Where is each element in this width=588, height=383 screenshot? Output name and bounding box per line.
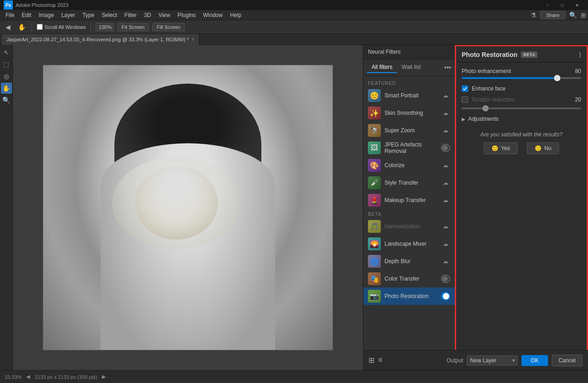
filter-item-skin-smoothing[interactable]: ✨ Skin Smoothing ☁: [363, 104, 455, 122]
enhance-face-checkbox[interactable]: [462, 85, 468, 92]
status-nav-left[interactable]: ◀: [26, 374, 30, 380]
tab-all-filters[interactable]: All filters: [367, 62, 397, 73]
header-right: ⚗ Share 🔍 ⊞: [531, 11, 586, 19]
lasso-tool[interactable]: ◎: [1, 71, 12, 82]
scroll-all-checkbox[interactable]: [37, 24, 43, 30]
more-options-btn[interactable]: •••: [444, 64, 451, 71]
titlebar-controls[interactable]: − □ ✕: [540, 0, 584, 10]
neural-filters-panel: Neural Filters All filters Wait list •••…: [363, 45, 455, 370]
photo-enhancement-value: 80: [575, 68, 581, 74]
select-tool[interactable]: ⬚: [1, 59, 12, 70]
zoom-tool[interactable]: 🔍: [1, 95, 12, 106]
menu-3d[interactable]: 3D: [140, 11, 154, 19]
menu-file[interactable]: File: [2, 11, 18, 19]
menu-view[interactable]: View: [155, 11, 174, 19]
skin-smoothing-icon: ✨: [368, 107, 381, 119]
enhance-face-row[interactable]: Enhance face: [462, 85, 581, 92]
share-button[interactable]: Share: [540, 11, 565, 19]
hand-tool[interactable]: ✋: [16, 22, 27, 33]
filter-item-landscape-mixer[interactable]: 🌄 Landscape Mixer ☁: [363, 235, 455, 253]
filter-tabs-left: All filters Wait list: [367, 62, 425, 73]
depth-blur-action[interactable]: ☁: [441, 257, 450, 266]
style-transfer-action[interactable]: ☁: [441, 178, 450, 187]
colorize-action[interactable]: ☁: [441, 161, 450, 170]
photo-restoration-action[interactable]: [441, 292, 450, 301]
adjustments-expander[interactable]: ▶ Adjustments: [462, 114, 581, 124]
hand-tool-left[interactable]: ✋: [1, 83, 12, 94]
jpeg-toggle[interactable]: [441, 144, 450, 152]
file-tab[interactable]: JasperArt_2022-08-27_14.53.03_4-Recovere…: [2, 34, 199, 45]
skin-smoothing-action[interactable]: ☁: [441, 108, 450, 118]
frown-icon: 🙁: [535, 145, 542, 152]
scratch-reduction-checkbox[interactable]: [462, 96, 468, 103]
filter-item-color-transfer[interactable]: 🎭 Color Transfer: [363, 270, 455, 287]
main-area: ↖ ⬚ ◎ ✋ 🔍: [0, 45, 588, 370]
satisfaction-yes-btn[interactable]: 🙂 Yes: [484, 142, 518, 154]
menu-edit[interactable]: Edit: [18, 11, 35, 19]
satisfaction-no-btn[interactable]: 🙁 No: [527, 142, 559, 154]
filter-item-super-zoom[interactable]: 🔭 Super Zoom ☁: [363, 122, 455, 139]
ps-logo: Ps: [4, 0, 13, 10]
filter-item-photo-restoration[interactable]: 📷 Photo Restoration: [363, 287, 455, 305]
cancel-button[interactable]: Cancel: [552, 355, 582, 366]
filter-item-jpeg-removal[interactable]: 🖼 JPEG Artefacts Removal: [363, 139, 455, 157]
scratch-reduction-thumb[interactable]: [482, 105, 489, 112]
menu-layer[interactable]: Layer: [57, 11, 79, 19]
ok-button[interactable]: OK: [521, 355, 548, 366]
tab-close[interactable]: ×: [192, 37, 194, 42]
photo-enhancement-thumb[interactable]: [554, 75, 560, 81]
status-nav-right[interactable]: ▶: [102, 374, 106, 380]
fill-screen-btn[interactable]: Fill Screen: [153, 23, 185, 31]
scroll-all-label: Scroll All Windows: [37, 24, 86, 30]
fit-screen-btn[interactable]: Fit Screen: [118, 23, 149, 31]
scratch-reduction-track[interactable]: [462, 107, 581, 109]
pr-collapse-btn[interactable]: ⟩: [579, 51, 581, 58]
photo-restoration-toggle[interactable]: [441, 292, 450, 300]
menu-window[interactable]: Window: [199, 11, 226, 19]
panel-icon-1[interactable]: ⊞: [368, 356, 374, 365]
photo-enhancement-label: Photo enhancement: [462, 68, 511, 74]
filter-item-makeup-transfer[interactable]: 💄 Makeup Transfer ☁: [363, 192, 455, 209]
panel-icon-2[interactable]: ≡: [378, 356, 382, 365]
color-transfer-action[interactable]: [441, 274, 450, 283]
minimize-btn[interactable]: −: [540, 0, 555, 10]
smart-portrait-action[interactable]: ☁: [441, 91, 450, 100]
makeup-transfer-action[interactable]: ☁: [441, 196, 450, 205]
menu-filter[interactable]: Filter: [121, 11, 141, 19]
harmonization-action[interactable]: ☁: [441, 222, 450, 231]
separator2: [90, 23, 91, 31]
menu-plugins[interactable]: Plugins: [174, 11, 199, 19]
output-select[interactable]: New Layer Current Layer New Document: [467, 355, 518, 366]
pr-beta-badge: BETA: [521, 51, 537, 58]
makeup-transfer-name: Makeup Transfer: [384, 197, 437, 203]
canvas-main: Neural Filters All filters Wait list •••…: [13, 45, 588, 370]
layout-icon[interactable]: ⊞: [581, 11, 586, 19]
maximize-btn[interactable]: □: [555, 0, 570, 10]
scratch-reduction-row[interactable]: Scratch reduction 20: [462, 96, 581, 103]
colorize-icon: 🎨: [368, 159, 381, 172]
filter-item-style-transfer[interactable]: 🖌 Style Transfer ☁: [363, 174, 455, 192]
color-transfer-toggle[interactable]: [441, 275, 450, 283]
menu-type[interactable]: Type: [79, 11, 98, 19]
menu-select[interactable]: Select: [98, 11, 120, 19]
photo-enhancement-track[interactable]: [462, 77, 581, 79]
move-tool[interactable]: ↖: [1, 47, 12, 58]
search-icon[interactable]: 🔍: [569, 11, 577, 19]
depth-blur-name: Depth Blur: [384, 258, 437, 265]
jpeg-removal-action[interactable]: [441, 143, 450, 152]
menu-image[interactable]: Image: [35, 11, 57, 19]
landscape-mixer-action[interactable]: ☁: [441, 239, 450, 248]
titlebar-left: Ps Adobe Photoshop 2023: [4, 0, 68, 10]
filter-item-harmonization[interactable]: 🎵 Harmonization ☁: [363, 218, 455, 235]
back-arrow[interactable]: ◀: [4, 23, 12, 31]
close-btn[interactable]: ✕: [570, 0, 584, 10]
filter-item-depth-blur[interactable]: 🌀 Depth Blur ☁: [363, 253, 455, 270]
titlebar: Ps Adobe Photoshop 2023 − □ ✕: [0, 0, 588, 10]
tab-wait-list[interactable]: Wait list: [397, 62, 425, 73]
super-zoom-action[interactable]: ☁: [441, 126, 450, 135]
menu-help[interactable]: Help: [226, 11, 245, 19]
filter-item-colorize[interactable]: 🎨 Colorize ☁: [363, 157, 455, 174]
status-dimensions: 2133 px x 2133 px (300 ppi): [34, 374, 97, 380]
filter-item-smart-portrait[interactable]: 😊 Smart Portrait ☁: [363, 87, 455, 104]
checkmark-icon: [463, 87, 467, 90]
